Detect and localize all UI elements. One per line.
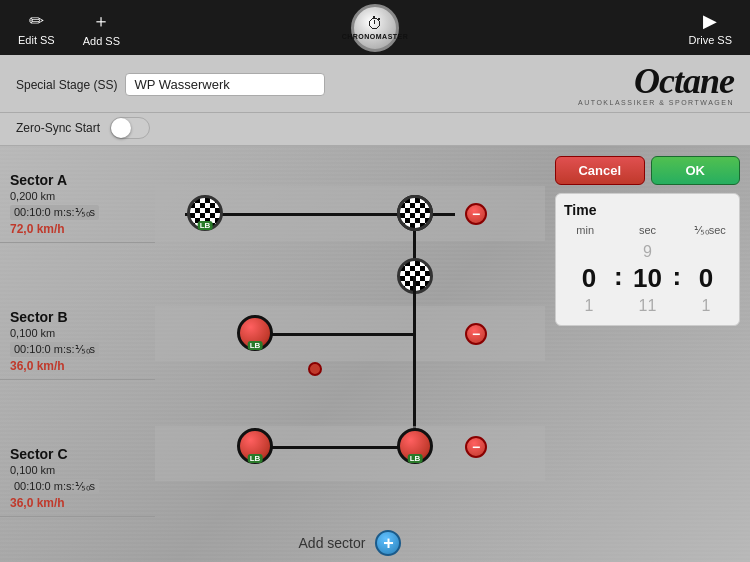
time-picker: Time min sec ⅕₀sec 0 1 : 9 10 11 (555, 193, 740, 326)
sector-c-end-node: LB (397, 428, 433, 464)
ss-input[interactable] (125, 73, 325, 96)
edit-icon: ✏ (29, 10, 44, 32)
add-sector-label: Add sector (299, 535, 366, 551)
right-panel: Cancel OK Time min sec ⅕₀sec 0 1 : (545, 146, 750, 562)
time-col-frac[interactable]: 0 1 (681, 241, 731, 317)
time-display: 0 1 : 9 10 11 : 0 1 (564, 241, 731, 317)
sector-c-time: 00:10:0 m:s:⅕₀s (10, 479, 99, 494)
sector-a-start-label: LB (198, 221, 213, 230)
sector-c-title: Sector C (10, 446, 145, 462)
sector-a-remove-btn[interactable]: − (465, 203, 487, 225)
sector-a-dist: 0,200 km (10, 190, 145, 202)
edit-ss-label: Edit SS (18, 34, 55, 46)
zerosync-label: Zero-Sync Start (16, 121, 100, 135)
sector-c-line (255, 446, 415, 449)
top-bar-left: ✏ Edit SS ＋ Add SS (18, 9, 120, 47)
add-sector-button[interactable]: + (375, 530, 401, 556)
min-current: 0 (582, 263, 596, 294)
sector-c-block: Sector C 0,100 km 00:10:0 m:s:⅕₀s 36,0 k… (0, 440, 155, 517)
sector-a-start-node: LB (187, 195, 223, 231)
frac-below: 1 (702, 295, 711, 317)
edit-ss-button[interactable]: ✏ Edit SS (18, 10, 55, 46)
time-cols-header: min sec ⅕₀sec (564, 224, 731, 237)
separator-1: : (614, 261, 623, 296)
toggle-knob (111, 118, 131, 138)
add-icon: ＋ (92, 9, 110, 33)
zerosync-row: Zero-Sync Start (0, 113, 750, 146)
sector-c-remove-btn[interactable]: − (465, 436, 487, 458)
frac-current: 0 (699, 263, 713, 294)
cancel-button[interactable]: Cancel (555, 156, 645, 185)
sector-b-speed: 36,0 km/h (10, 359, 145, 373)
logo-circle: ⏱ CHRONOMASTER (351, 4, 399, 52)
ok-button[interactable]: OK (651, 156, 741, 185)
sector-b-block: Sector B 0,100 km 00:10:0 m:s:⅕₀s 36,0 k… (0, 303, 155, 380)
time-picker-title: Time (564, 202, 731, 218)
midpoint-node (308, 362, 322, 376)
sector-c-speed: 36,0 km/h (10, 496, 145, 510)
top-bar: ✏ Edit SS ＋ Add SS ⏱ CHRONOMASTER ▶ Driv… (0, 0, 750, 55)
logo: ⏱ CHRONOMASTER (351, 4, 399, 52)
logo-text: CHRONOMASTER (342, 33, 409, 41)
sector-b-top-node (397, 195, 433, 231)
sector-c-start-label: LB (248, 454, 263, 463)
sector-a-speed: 72,0 km/h (10, 222, 145, 236)
sec-above: 9 (643, 241, 652, 263)
drive-ss-button[interactable]: ▶ Drive SS (689, 10, 732, 46)
add-ss-label: Add SS (83, 35, 120, 47)
top-bar-right: ▶ Drive SS (689, 10, 732, 46)
sector-a-block: Sector A 0,200 km 00:10:0 m:s:⅕₀s 72,0 k… (0, 166, 155, 243)
sec-below: 11 (639, 295, 657, 317)
left-panel: Sector A 0,200 km 00:10:0 m:s:⅕₀s 72,0 k… (0, 146, 155, 562)
action-buttons: Cancel OK (555, 156, 740, 185)
col-min-label: min (564, 224, 606, 237)
time-col-sec[interactable]: 9 10 11 (623, 241, 673, 317)
octane-sub: AUTOKLASSIKER & SPORTWAGEN (578, 99, 734, 106)
sector-b-time: 00:10:0 m:s:⅕₀s (10, 342, 99, 357)
main-area: Sector A 0,200 km 00:10:0 m:s:⅕₀s 72,0 k… (0, 146, 750, 562)
octane-logo: Octane AUTOKLASSIKER & SPORTWAGEN (578, 63, 734, 106)
sector-b-title: Sector B (10, 309, 145, 325)
sector-b-dist: 0,100 km (10, 327, 145, 339)
stage-map: LB LB − LB − LB (155, 146, 545, 562)
min-above (587, 241, 591, 263)
play-icon: ▶ (703, 10, 717, 32)
min-below: 1 (584, 295, 593, 317)
sector-c-dist: 0,100 km (10, 464, 145, 476)
frac-above (704, 241, 708, 263)
ss-label: Special Stage (SS) (16, 78, 117, 92)
sector-b-line (255, 333, 415, 336)
separator-2: : (672, 261, 681, 296)
time-col-min[interactable]: 0 1 (564, 241, 614, 317)
octane-brand: Octane (578, 63, 734, 99)
sector-b-remove-btn[interactable]: − (465, 323, 487, 345)
sector-c-start-node: LB (237, 428, 273, 464)
sector-a-title: Sector A (10, 172, 145, 188)
sector-b-start-node: LB (237, 315, 273, 351)
sector-c-band (155, 426, 545, 481)
zerosync-toggle[interactable] (110, 117, 150, 139)
add-ss-button[interactable]: ＋ Add SS (83, 9, 120, 47)
header-area: Special Stage (SS) Octane AUTOKLASSIKER … (0, 55, 750, 113)
col-frac-label: ⅕₀sec (689, 224, 731, 237)
add-sector-row: Add sector + (155, 530, 545, 556)
sector-a-time: 00:10:0 m:s:⅕₀s (10, 205, 99, 220)
b-to-c-connector (413, 276, 416, 446)
sector-c-end-label: LB (408, 454, 423, 463)
stopwatch-icon: ⏱ (367, 15, 383, 33)
sec-current: 10 (633, 263, 662, 294)
sector-b-start-label: LB (248, 341, 263, 350)
drive-ss-label: Drive SS (689, 34, 732, 46)
col-sec-label: sec (626, 224, 668, 237)
